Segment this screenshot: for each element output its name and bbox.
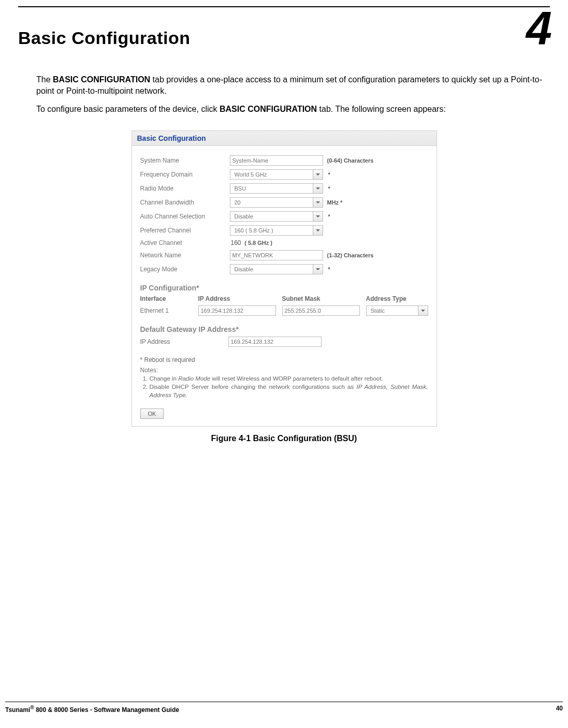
ip-section-title: IP Configuration* <box>140 284 428 292</box>
chevron-down-icon <box>313 170 323 179</box>
intro-paragraph-2: To configure basic parameters of the dev… <box>36 104 550 115</box>
active-chan-value: 160 ( 5.8 GHz ) <box>230 239 323 246</box>
page-title: Basic Configuration <box>18 28 550 48</box>
panel-header: Basic Configuration <box>132 131 436 146</box>
label-system-name: System Name <box>140 157 226 164</box>
note-1: Change in Radio Mode will reset Wireless… <box>150 375 428 383</box>
gw-section-title: Default Gateway IP Address* <box>140 325 428 333</box>
freq-domain-select[interactable]: World 5 GHz <box>230 169 323 180</box>
chevron-down-icon <box>418 306 428 315</box>
config-panel: Basic Configuration System Name System-N… <box>132 130 437 427</box>
active-chan-paren: ( 5.8 GHz ) <box>244 240 272 246</box>
notes-heading: Notes: <box>140 367 428 374</box>
radio-mode-select[interactable]: BSU <box>230 183 323 194</box>
address-type-value: Static <box>369 306 418 315</box>
chevron-down-icon <box>313 198 323 207</box>
freq-domain-value: World 5 GHz <box>232 170 313 179</box>
hint-auto-chan: * <box>327 213 428 220</box>
note-2a: Disable DHCP Server before changing the … <box>150 384 357 390</box>
label-legacy: Legacy Mode <box>140 266 226 273</box>
intro-p2-suffix: tab. The following screen appears: <box>317 105 446 113</box>
intro-paragraph-1: The BASIC CONFIGURATION tab provides a o… <box>36 74 550 96</box>
auto-chan-value: Disable <box>232 212 313 221</box>
system-name-input[interactable]: System-Name <box>230 155 323 166</box>
pref-chan-select[interactable]: 160 ( 5.8 GHz ) <box>230 225 323 236</box>
label-net-name: Network Name <box>140 252 226 259</box>
legacy-value: Disable <box>232 265 313 274</box>
chan-bw-select[interactable]: 20 <box>230 197 323 208</box>
pref-chan-value: 160 ( 5.8 GHz ) <box>232 226 313 235</box>
chan-bw-value: 20 <box>232 198 313 207</box>
auto-chan-select[interactable]: Disable <box>230 211 323 222</box>
reboot-note: * Reboot is required <box>140 356 428 363</box>
label-freq-domain: Frequency Domain <box>140 171 226 178</box>
ip-head-address: IP Address <box>198 295 276 302</box>
ip-interface: Ethernet 1 <box>140 307 192 314</box>
hint-freq-domain: * <box>327 171 428 178</box>
note-1a: Change in <box>150 375 179 382</box>
note-1-ital: Radio Mode <box>178 375 210 382</box>
chapter-number: 4 <box>526 5 550 52</box>
label-pref-chan: Preferred Channel <box>140 227 226 234</box>
chevron-down-icon <box>313 212 323 221</box>
hint-radio-mode: * <box>327 185 428 192</box>
network-name-input[interactable]: MY_NETWORK <box>230 250 323 260</box>
ip-address-input[interactable]: 169.254.128.132 <box>198 305 276 316</box>
hint-chan-bw: MHz * <box>327 199 428 206</box>
subnet-mask-input[interactable]: 255.255.255.0 <box>282 305 360 316</box>
intro-p2-bold: BASIC CONFIGURATION <box>220 105 317 113</box>
gateway-ip-input[interactable]: 169.254.128.132 <box>228 337 322 347</box>
intro-p1-prefix: The <box>36 75 53 84</box>
hint-net-name: (1-32) Characters <box>327 252 428 258</box>
ip-head-type: Address Type <box>366 295 428 302</box>
gw-label: IP Address <box>140 338 223 345</box>
label-chan-bw: Channel Bandwidth <box>140 199 226 206</box>
ip-head-interface: Interface <box>140 295 192 302</box>
active-chan-num: 160 <box>231 239 241 246</box>
figure-caption: Figure 4-1 Basic Configuration (BSU) <box>132 434 437 443</box>
note-1b: will reset Wireless and WORP parameters … <box>210 375 383 382</box>
intro-p2-prefix: To configure basic parameters of the dev… <box>36 105 220 113</box>
radio-mode-value: BSU <box>232 184 313 193</box>
footer-tsunami: Tsunami <box>5 706 30 714</box>
label-radio-mode: Radio Mode <box>140 185 226 192</box>
ok-button[interactable]: OK <box>140 409 164 419</box>
address-type-select[interactable]: Static <box>366 305 428 316</box>
ip-head-mask: Subnet Mask <box>282 295 360 302</box>
chevron-down-icon <box>313 184 323 193</box>
hint-legacy: * <box>327 266 428 272</box>
label-active-chan: Active Channel <box>140 239 226 246</box>
footer-title: 800 & 8000 Series - Software Management … <box>34 706 179 714</box>
note-2: Disable DHCP Server before changing the … <box>150 383 428 399</box>
page-number: 40 <box>556 705 563 714</box>
label-auto-chan: Auto Channel Selection <box>140 213 226 220</box>
chevron-down-icon <box>313 226 323 235</box>
footer-left: Tsunami® 800 & 8000 Series - Software Ma… <box>5 705 179 714</box>
intro-p1-bold: BASIC CONFIGURATION <box>53 75 150 84</box>
hint-system-name: (0-64) Characters <box>327 157 428 164</box>
chevron-down-icon <box>313 265 323 274</box>
registered-icon: ® <box>30 705 34 710</box>
legacy-select[interactable]: Disable <box>230 264 323 274</box>
